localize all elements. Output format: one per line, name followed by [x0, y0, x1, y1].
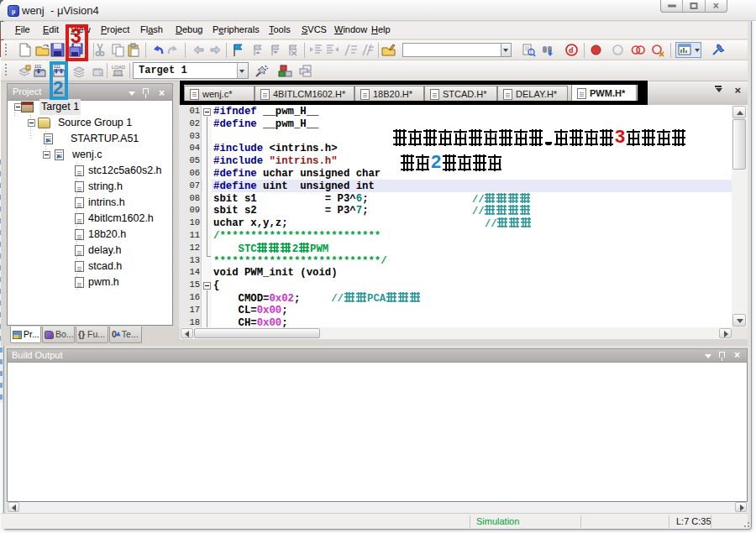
svg-text:d: d	[569, 46, 574, 55]
svg-text:101: 101	[34, 64, 42, 69]
svg-text:LOAD: LOAD	[112, 65, 125, 70]
